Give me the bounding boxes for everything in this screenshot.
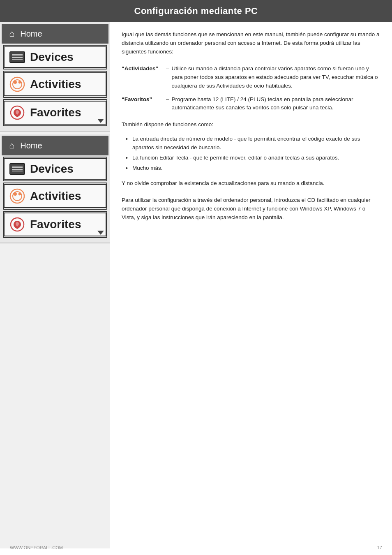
sidebar-item-home-1[interactable]: ⌂ Home <box>2 24 108 44</box>
activities-label-2: Activities <box>30 190 81 203</box>
activities-icon-1 <box>9 76 25 92</box>
sidebar-item-activities-1[interactable]: Activities <box>4 72 106 96</box>
feature-item-actividades: “Actividades” – Utilice su mando a dista… <box>122 65 380 90</box>
footer-website: WWW.ONEFORALL.COM <box>10 545 63 550</box>
bullet-item-1: La entrada directa de número de modelo -… <box>126 135 380 152</box>
feature-dash-2: – <box>166 95 169 104</box>
nav-item-wrap-devices-2: Devices <box>3 157 107 181</box>
footer-page-number: 17 <box>377 545 382 550</box>
bullet-item-2: La función Editar Tecla - que le permite… <box>126 154 380 162</box>
sidebar-item-activities-2[interactable]: Activities <box>4 184 106 208</box>
intro-paragraph: Igual que las demás funciones que se men… <box>122 30 380 56</box>
sidebar: ⌂ Home Devices <box>0 22 110 548</box>
feature-list: “Actividades” – Utilice su mando a dista… <box>122 65 380 113</box>
main-content: Igual que las demás funciones que se men… <box>110 22 392 548</box>
feature-desc-actividades: Utilice su mando a distancia para contro… <box>172 65 380 90</box>
nav-item-wrap-devices-1: Devices <box>3 45 107 69</box>
sidebar-item-favorites-1[interactable]: Favorites <box>4 101 106 125</box>
activities-label-1: Activities <box>30 78 81 91</box>
scroll-arrow-2 <box>97 231 104 235</box>
no-forget-paragraph: Y no olvide comprobar la existencia de a… <box>122 179 380 188</box>
favorites-icon-2 <box>9 217 25 232</box>
devices-icon-1 <box>9 51 25 63</box>
nav-item-wrap-favorites-2: Favorites <box>3 211 107 238</box>
feature-dash-1: – <box>166 65 169 73</box>
bullet-list: La entrada directa de número de modelo -… <box>122 135 380 173</box>
also-section-label: También dispone de funciones como: <box>122 120 380 129</box>
cd-paragraph: Para utilizar la configuración a través … <box>122 196 380 222</box>
svg-point-2 <box>14 81 17 84</box>
devices-icon-2 <box>9 163 25 175</box>
activities-icon-2 <box>9 188 25 204</box>
sidebar-item-devices-2[interactable]: Devices <box>4 158 106 180</box>
feature-item-favoritos: “Favoritos” – Programe hasta 12 (LITE) /… <box>122 95 380 113</box>
feature-term-actividades: “Actividades” <box>122 65 163 73</box>
page-footer: WWW.ONEFORALL.COM 17 <box>0 545 392 550</box>
devices-label-1: Devices <box>30 51 74 64</box>
home-label-2: Home <box>20 141 42 150</box>
svg-point-7 <box>14 192 17 196</box>
nav-group-1: ⌂ Home Devices <box>0 22 110 132</box>
bullet-item-3: Mucho más. <box>126 164 380 173</box>
nav-group-2: ⌂ Home Devices <box>0 134 110 243</box>
home-icon: ⌂ <box>9 28 14 39</box>
favorites-icon-1 <box>9 105 25 120</box>
sidebar-item-devices-1[interactable]: Devices <box>4 46 106 68</box>
home-label-1: Home <box>20 29 42 39</box>
scroll-arrow-1 <box>97 119 104 123</box>
nav-item-wrap-favorites-1: Favorites <box>3 99 107 126</box>
feature-desc-favoritos: Programe hasta 12 (LITE) / 24 (PLUS) tec… <box>172 95 380 113</box>
devices-label-2: Devices <box>30 162 74 176</box>
page-header: Configuración mediante PC <box>0 0 392 22</box>
svg-point-3 <box>18 81 21 83</box>
nav-item-wrap-activities-2: Activities <box>3 183 107 210</box>
favorites-label-1: Favorites <box>30 106 81 119</box>
favorites-label-2: Favorites <box>30 218 81 231</box>
home-icon-2: ⌂ <box>9 140 14 151</box>
sidebar-item-favorites-2[interactable]: Favorites <box>4 213 106 236</box>
nav-item-wrap-activities-1: Activities <box>3 71 107 98</box>
svg-point-8 <box>18 193 21 195</box>
feature-term-favoritos: “Favoritos” <box>122 95 163 104</box>
sidebar-item-home-2[interactable]: ⌂ Home <box>2 136 108 155</box>
